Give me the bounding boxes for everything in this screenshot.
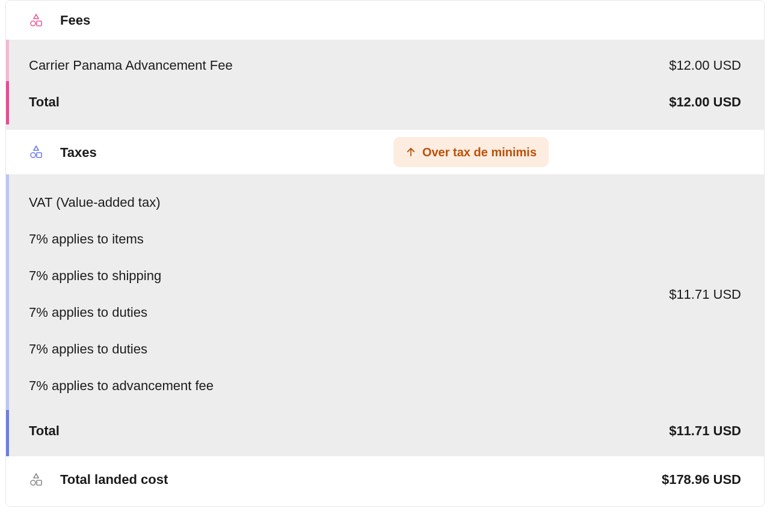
- accent-bar: [6, 410, 9, 456]
- shapes-icon: [29, 145, 43, 159]
- fees-section-header: Fees: [6, 1, 764, 40]
- taxes-section-header: Taxes Over tax de minimis: [6, 130, 764, 174]
- vat-row: VAT (Value-added tax) 7% applies to item…: [6, 174, 764, 410]
- vat-value: $11.71 USD: [669, 284, 741, 304]
- fee-label: Carrier Panama Advancement Fee: [29, 55, 233, 75]
- svg-point-8: [31, 480, 35, 485]
- total-landed-cost-label: Total landed cost: [60, 469, 168, 489]
- taxes-title: Taxes: [60, 142, 97, 162]
- accent-bar: [6, 81, 9, 124]
- vat-detail: 7% applies to items: [29, 229, 214, 249]
- over-de-minimis-badge: Over tax de minimis: [393, 137, 549, 167]
- vat-detail: 7% applies to shipping: [29, 266, 214, 286]
- arrow-up-icon: [405, 147, 416, 157]
- fees-total-label: Total: [29, 92, 60, 112]
- vat-detail: 7% applies to duties: [29, 302, 214, 322]
- svg-marker-7: [34, 474, 38, 478]
- vat-title: VAT (Value-added tax): [29, 192, 214, 212]
- svg-point-1: [31, 21, 35, 26]
- fees-title: Fees: [60, 10, 90, 30]
- fees-block: Carrier Panama Advancement Fee $12.00 US…: [6, 40, 764, 130]
- shapes-icon: [29, 472, 43, 487]
- svg-point-4: [31, 153, 35, 157]
- badge-label: Over tax de minimis: [422, 143, 537, 161]
- svg-rect-5: [37, 153, 42, 157]
- svg-marker-0: [34, 14, 38, 19]
- taxes-total-label: Total: [29, 421, 60, 441]
- fee-value: $12.00 USD: [669, 55, 741, 75]
- svg-rect-9: [37, 480, 42, 485]
- vat-detail: 7% applies to advancement fee: [29, 376, 214, 396]
- fees-total-value: $12.00 USD: [669, 92, 741, 112]
- total-landed-cost-row: Total landed cost $178.96 USD: [6, 456, 764, 506]
- taxes-total-row: Total $11.71 USD: [6, 410, 764, 456]
- cost-breakdown-card: Fees Carrier Panama Advancement Fee $12.…: [5, 0, 765, 507]
- taxes-block: VAT (Value-added tax) 7% applies to item…: [6, 174, 764, 456]
- vat-detail: 7% applies to duties: [29, 339, 214, 359]
- svg-rect-2: [37, 21, 42, 26]
- taxes-total-value: $11.71 USD: [669, 421, 741, 441]
- total-landed-cost-value: $178.96 USD: [662, 469, 741, 489]
- accent-bar: [6, 40, 9, 88]
- accent-bar: [6, 174, 9, 410]
- shapes-icon: [29, 13, 43, 28]
- vat-details: VAT (Value-added tax) 7% applies to item…: [29, 192, 214, 396]
- svg-marker-3: [34, 146, 38, 150]
- fee-row: Carrier Panama Advancement Fee $12.00 US…: [6, 40, 764, 81]
- fees-total-row: Total $12.00 USD: [6, 81, 764, 127]
